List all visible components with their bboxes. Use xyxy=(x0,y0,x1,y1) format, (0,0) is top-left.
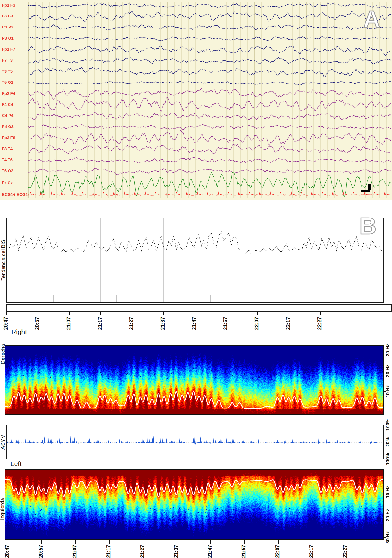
time-tick-label: 21:17 xyxy=(97,316,103,331)
bottom-time-tick xyxy=(8,540,8,544)
bottom-time-tick xyxy=(41,540,42,544)
left-freq-label-10hz: 10 Hz xyxy=(385,485,390,499)
left-spectrogram-canvas xyxy=(5,469,383,540)
time-tick xyxy=(257,312,258,315)
channel-label: C3 P3 xyxy=(2,25,13,29)
time-tick xyxy=(69,312,70,315)
time-tick-label: 20:47 xyxy=(3,316,9,331)
time-tick-label: 21:47 xyxy=(191,316,197,331)
right-spectrogram-title: Right xyxy=(11,328,27,336)
amplitude-scale-bar xyxy=(368,184,371,190)
izquierda-side-label: Izquierda xyxy=(0,495,5,523)
time-tick xyxy=(226,312,226,315)
left-spectrogram-title: Left xyxy=(10,460,21,468)
bottom-time-tick xyxy=(143,540,143,544)
figure-root: Fp1 F3F3 C3C3 P3P3 O1Fp1 F7F7 T3T3 T5T5 … xyxy=(0,0,392,558)
time-tick-label: 21:37 xyxy=(160,316,166,331)
channel-label: Fz Cz xyxy=(2,181,13,185)
asym-side-label: ASYM xyxy=(0,432,6,452)
bottom-time-tick xyxy=(278,540,279,544)
eeg-canvas xyxy=(0,0,392,200)
bottom-time-tick xyxy=(109,540,110,544)
channel-label: F7 T3 xyxy=(2,58,13,63)
bottom-time-label: 21:37 xyxy=(173,544,179,558)
asym-scale-100-bottom: 100% xyxy=(385,452,390,466)
right-freq-label-30hz: 30 Hz xyxy=(385,343,390,357)
left-freq-axis-line xyxy=(383,469,384,540)
time-tick xyxy=(6,312,7,315)
channel-label: Fp1 F7 xyxy=(2,47,15,52)
bottom-time-label: 22:27 xyxy=(342,544,348,558)
eeg-panel: Fp1 F3F3 C3C3 P3P3 O1Fp1 F7F7 T3T3 T5T5 … xyxy=(0,0,392,200)
right-freq-label-10hz: 10 Hz xyxy=(385,384,390,399)
bis-lower-strip xyxy=(6,304,392,312)
channel-label: F8 T4 xyxy=(2,146,13,151)
time-tick xyxy=(132,312,132,315)
panel-letter-a: A xyxy=(363,8,380,31)
bottom-time-label: 21:17 xyxy=(106,544,112,558)
channel-label: Fp2 F4 xyxy=(2,91,15,96)
time-tick-label: 22:17 xyxy=(286,316,291,331)
bottom-time-label: 22:07 xyxy=(275,544,280,558)
bis-y-axis-label: Tendencia del BIS xyxy=(1,235,6,285)
time-tick-label: 22:07 xyxy=(254,316,260,331)
bottom-time-label: 21:47 xyxy=(207,544,213,558)
left-freq-label-20hz: 20 Hz xyxy=(385,508,390,522)
bottom-time-tick xyxy=(75,540,76,544)
asym-scale-20: 20% xyxy=(385,435,390,449)
left-freq-label-30hz: 30 Hz xyxy=(385,530,390,545)
asym-canvas xyxy=(7,426,383,458)
time-tick xyxy=(38,312,38,315)
channel-label: T6 O2 xyxy=(2,169,13,173)
time-tick xyxy=(100,312,101,315)
channel-label: Fp2 F8 xyxy=(2,135,15,140)
channel-label: T4 T6 xyxy=(2,157,13,162)
time-tick xyxy=(289,312,289,315)
bottom-time-tick xyxy=(244,540,245,544)
time-tick xyxy=(163,312,164,315)
bottom-time-tick xyxy=(177,540,177,544)
time-tick xyxy=(320,312,321,315)
channel-label: Fp1 F3 xyxy=(2,3,15,8)
bottom-time-label: 20:57 xyxy=(38,544,44,558)
right-freq-label-20hz: 20 Hz xyxy=(385,364,390,378)
time-tick xyxy=(195,312,195,315)
channel-label: ECG1+ ECG1- xyxy=(2,192,29,197)
time-tick-label: 20:57 xyxy=(34,316,40,331)
time-tick-label: 21:07 xyxy=(66,316,72,331)
channel-label: P4 O2 xyxy=(2,124,14,129)
channel-label: P3 O1 xyxy=(2,36,14,40)
time-tick-label: 21:57 xyxy=(223,316,228,331)
bis-trend-canvas xyxy=(7,218,383,302)
channel-label: C4 P4 xyxy=(2,113,13,118)
asym-scale-100-top: 100% xyxy=(385,417,390,432)
channel-label: T5 O1 xyxy=(2,80,13,85)
bottom-time-label: 21:27 xyxy=(140,544,145,558)
channel-label: T3 T5 xyxy=(2,69,13,74)
bottom-time-tick xyxy=(346,540,346,544)
bottom-time-label: 21:07 xyxy=(72,544,78,558)
time-tick-label: 22:27 xyxy=(317,316,323,331)
right-spectrogram-canvas xyxy=(5,345,383,415)
time-tick-label: 21:27 xyxy=(129,316,134,331)
bottom-time-label: 20:47 xyxy=(4,544,10,558)
channel-label: F3 C3 xyxy=(2,14,13,18)
bottom-time-tick xyxy=(312,540,312,544)
bottom-time-label: 22:17 xyxy=(309,544,314,558)
channel-label: F4 C4 xyxy=(2,102,13,107)
bottom-time-label: 21:57 xyxy=(241,544,247,558)
panel-letter-b: B xyxy=(359,214,376,238)
right-freq-axis-line xyxy=(383,345,384,415)
bottom-time-tick xyxy=(210,540,211,544)
